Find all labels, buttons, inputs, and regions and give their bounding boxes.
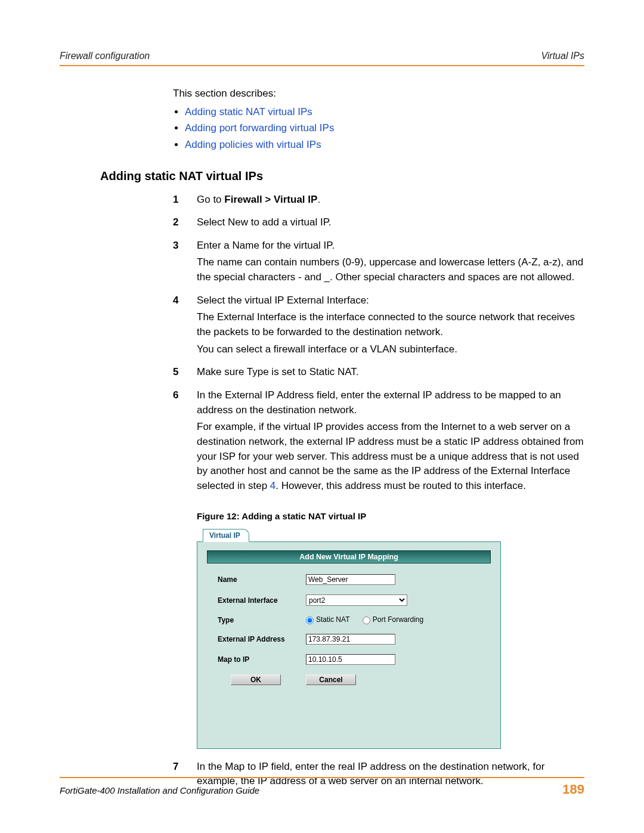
input-name[interactable] [306, 574, 395, 585]
step-number: 1 [173, 193, 190, 208]
step-number: 7 [173, 760, 190, 775]
steps-list: 1Go to Firewall > Virtual IP.2Select New… [173, 193, 584, 502]
label-external-ip: External IP Address [218, 635, 306, 643]
radio-static-nat[interactable] [306, 617, 314, 624]
select-external-interface[interactable]: port2 [306, 594, 407, 606]
header-left: Firewall configuration [60, 51, 150, 61]
radio-port-forwarding[interactable] [363, 617, 370, 624]
step-item: 2Select New to add a virtual IP. [173, 215, 584, 239]
label-type: Type [218, 616, 306, 624]
page-footer: FortiGate-400 Installation and Configura… [60, 777, 584, 797]
intro-link-port-forwarding[interactable]: Adding port forwarding virtual IPs [185, 122, 334, 134]
footer-guide-title: FortiGate-400 Installation and Configura… [60, 785, 259, 795]
step-item: 4Select the virtual IP External Interfac… [173, 293, 584, 366]
cancel-button[interactable]: Cancel [306, 674, 356, 685]
step-item: 5Make sure Type is set to Static NAT. [173, 365, 584, 388]
intro-link-list: Adding static NAT virtual IPs Adding por… [173, 105, 584, 153]
intro-block: This section describes: Adding static NA… [173, 86, 584, 153]
step-number: 4 [173, 293, 190, 308]
tab-virtual-ip[interactable]: Virtual IP [203, 529, 249, 542]
step-item: 3Enter a Name for the virtual IP.The nam… [173, 239, 584, 293]
step-item: 6In the External IP Address field, enter… [173, 388, 584, 501]
intro-link-static-nat[interactable]: Adding static NAT virtual IPs [185, 106, 312, 117]
label-name: Name [218, 575, 306, 584]
ok-button[interactable]: OK [231, 674, 281, 685]
header-right: Virtual IPs [541, 51, 584, 61]
footer-page-number: 189 [562, 782, 584, 797]
step-item: 1Go to Firewall > Virtual IP. [173, 193, 584, 216]
radio-static-nat-label: Static NAT [316, 615, 349, 624]
figure-virtual-ip: Virtual IP Add New Virtual IP Mapping Na… [197, 527, 501, 748]
input-map-to-ip[interactable] [306, 654, 395, 665]
step-xref-link[interactable]: 4 [270, 480, 275, 491]
label-map-to-ip: Map to IP [218, 655, 306, 664]
intro-lead: This section describes: [173, 88, 276, 99]
step-number: 3 [173, 239, 190, 253]
step-number: 5 [173, 365, 190, 380]
step-number: 2 [173, 215, 190, 230]
step-number: 6 [173, 388, 190, 403]
section-heading: Adding static NAT virtual IPs [100, 169, 584, 183]
panel-title: Add New Virtual IP Mapping [207, 550, 491, 563]
figure-caption: Figure 12: Adding a static NAT virtual I… [197, 511, 584, 521]
label-external-interface: External Interface [218, 596, 306, 605]
intro-link-policies[interactable]: Adding policies with virtual IPs [185, 139, 321, 150]
page-header: Firewall configuration Virtual IPs [60, 51, 584, 66]
input-external-ip[interactable] [306, 634, 395, 645]
radio-port-forwarding-label: Port Forwarding [373, 615, 423, 624]
